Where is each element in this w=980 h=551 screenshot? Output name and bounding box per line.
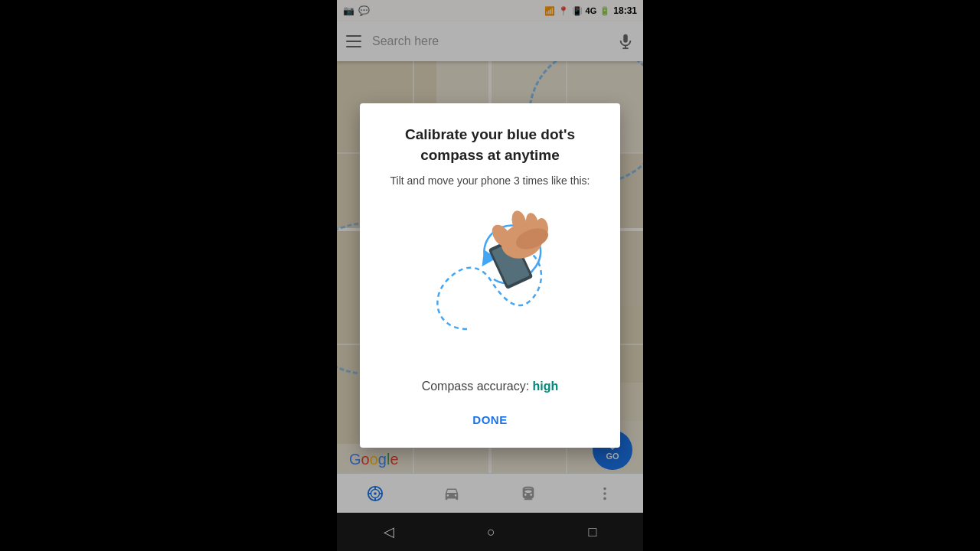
- phone-screen: 📷 💬 📶 📍 📳 4G 🔋 18:31 Search here Google: [337, 0, 643, 551]
- modal-subtitle: Tilt and move your phone 3 times like th…: [390, 174, 590, 187]
- modal-title: Calibrate your blue dot's compass at any…: [375, 125, 605, 165]
- modal-overlay: Calibrate your blue dot's compass at any…: [337, 0, 643, 551]
- accuracy-value: high: [533, 380, 559, 393]
- right-overlay: [643, 0, 980, 551]
- compass-label: Compass accuracy:: [422, 380, 530, 393]
- done-button[interactable]: DONE: [457, 407, 522, 432]
- calibration-illustration: [406, 199, 574, 367]
- compass-accuracy-row: Compass accuracy: high: [422, 380, 559, 393]
- calibration-modal: Calibrate your blue dot's compass at any…: [360, 103, 620, 448]
- left-overlay: [0, 0, 337, 551]
